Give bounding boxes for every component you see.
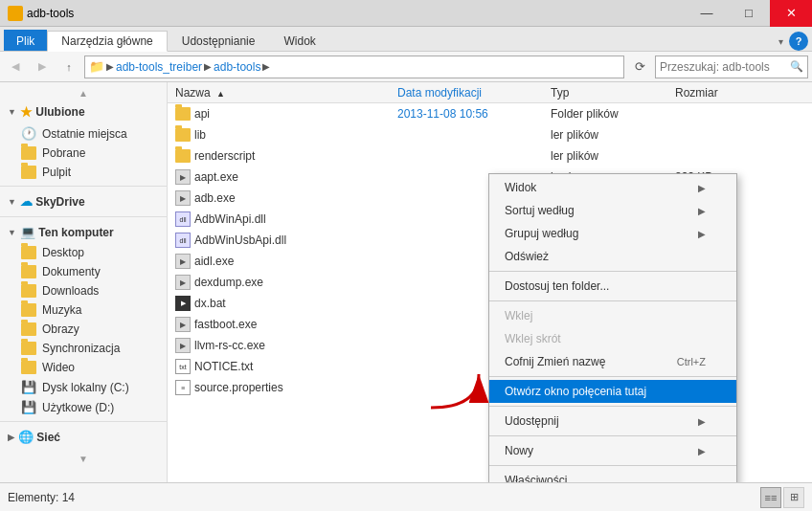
ctx-otworz[interactable]: Otwórz okno połęcenia tutaj xyxy=(489,380,736,403)
col-header-date[interactable]: Data modyfikacji xyxy=(397,86,551,100)
breadcrumb[interactable]: 📁 ▶ adb-tools_treiber ▶ adb-tools ▶ xyxy=(84,56,624,78)
sidebar-item-wideo[interactable]: Wideo xyxy=(0,358,167,377)
ctx-sep-5 xyxy=(489,435,736,436)
sidebar-divider-2 xyxy=(0,216,167,217)
ctx-sortuj-label: Sortuj według xyxy=(505,204,575,217)
sidebar-group-skydrive[interactable]: ▼ ☁ SkyDrive xyxy=(0,190,167,212)
ctx-widok[interactable]: Widok ▶ xyxy=(489,176,736,199)
sidebar-item-downloads[interactable]: Downloads xyxy=(0,281,167,300)
sidebar-item-dysk-d[interactable]: 💾 Użytkowe (D:) xyxy=(0,397,167,417)
file-item-renderscript[interactable]: renderscript ler plików xyxy=(168,145,812,167)
breadcrumb-item-tools[interactable]: adb-tools xyxy=(214,60,260,74)
window-title: adb-tools xyxy=(27,7,74,20)
folder-icon-lib xyxy=(175,128,191,142)
breadcrumb-item-treiber[interactable]: adb-tools_treiber xyxy=(116,60,202,74)
ribbon-right: ▾ ? xyxy=(775,32,812,51)
sidebar-label-dysk-d: Użytkowe (D:) xyxy=(42,401,114,414)
ctx-nowy-arrow: ▶ xyxy=(698,446,706,456)
folder-icon-pulpit xyxy=(21,166,36,179)
sidebar-group-computer[interactable]: ▼ 💻 Ten komputer xyxy=(0,221,167,243)
status-bar: Elementy: 14 ≡≡ ⊞ xyxy=(0,482,812,511)
title-bar: adb-tools — □ ✕ xyxy=(0,0,812,27)
sidebar-item-pobrane[interactable]: Pobrane xyxy=(0,144,167,163)
ctx-dostosuj[interactable]: Dostosuj ten folder... xyxy=(489,275,736,298)
folder-icon-muzyka xyxy=(21,303,36,317)
sidebar-label-dysk-c: Dysk lokalny (C:) xyxy=(42,381,129,394)
elements-count: Elementy: 14 xyxy=(8,491,75,504)
dll-icon-adbwinapi: dll xyxy=(175,211,191,227)
sidebar-item-pulpit[interactable]: Pulpit xyxy=(0,163,167,182)
view-btn-detail[interactable]: ≡≡ xyxy=(760,487,781,508)
sidebar-item-synchronizacja[interactable]: Synchronizacja xyxy=(0,339,167,358)
back-button[interactable]: ◀ xyxy=(4,56,27,78)
ctx-wlasciwosci[interactable]: Właściwości xyxy=(489,469,736,482)
clock-icon: 🕐 xyxy=(21,126,36,141)
exe-icon-aidl: ▶ xyxy=(175,254,191,269)
ctx-sep-3 xyxy=(489,376,736,377)
col-header-size[interactable]: Rozmiar xyxy=(675,86,771,100)
up-button[interactable]: ↑ xyxy=(57,56,80,78)
forward-button[interactable]: ▶ xyxy=(31,56,54,78)
file-date-api: 2013-11-08 10:56 xyxy=(397,107,551,121)
sidebar-label-desktop: Desktop xyxy=(42,246,84,259)
file-list-header: Nazwa ▲ Data modyfikacji Typ Rozmiar xyxy=(168,82,812,103)
ribbon-collapse-arrow[interactable]: ▾ xyxy=(775,36,787,47)
sidebar-group-siec[interactable]: ▶ 🌐 Sieć xyxy=(0,426,167,448)
app-icon xyxy=(8,6,23,21)
sidebar-scroll-down[interactable]: ▼ xyxy=(0,452,167,466)
folder-icon-dokumenty xyxy=(21,265,36,278)
ctx-sep-4 xyxy=(489,406,736,407)
sort-arrow-name: ▲ xyxy=(216,89,225,99)
exe-icon-fastboot: ▶ xyxy=(175,317,191,332)
tab-widok[interactable]: Widok xyxy=(269,30,329,51)
search-input[interactable] xyxy=(660,60,790,74)
file-item-api[interactable]: api 2013-11-08 10:56 Folder plików xyxy=(168,103,812,124)
ctx-odswiez-label: Odśwież xyxy=(505,250,549,263)
file-type-rs: ler plików xyxy=(551,149,675,163)
sidebar-group-ulubione[interactable]: ▼ ★ Ulubione xyxy=(0,100,167,123)
maximize-button[interactable]: □ xyxy=(728,0,770,27)
ctx-cofnij[interactable]: Cofnij Zmień nazwę Ctrl+Z xyxy=(489,350,736,373)
folder-icon-renderscript xyxy=(175,149,191,163)
folder-icon-desktop xyxy=(21,246,36,259)
exe-icon-llvm: ▶ xyxy=(175,338,191,353)
sidebar-item-dysk-c[interactable]: 💾 Dysk lokalny (C:) xyxy=(0,377,167,397)
help-button[interactable]: ? xyxy=(789,32,808,51)
col-header-name[interactable]: Nazwa ▲ xyxy=(168,86,397,100)
refresh-button[interactable]: ⟳ xyxy=(628,56,651,78)
ctx-sortuj-arrow: ▶ xyxy=(698,206,706,216)
tab-plik[interactable]: Plik xyxy=(4,30,47,51)
sidebar-scroll-up[interactable]: ▲ xyxy=(0,86,167,100)
col-header-type[interactable]: Typ xyxy=(551,86,675,100)
drive-icon-c: 💾 xyxy=(21,380,36,394)
ctx-udostepnij[interactable]: Udostępnij ▶ xyxy=(489,410,736,433)
ctx-odswiez[interactable]: Odśwież xyxy=(489,245,736,268)
minimize-button[interactable]: — xyxy=(686,0,728,27)
tab-narzedzia[interactable]: Narzędzia główne xyxy=(47,31,167,52)
sidebar-section-ulubione: ▼ ★ Ulubione 🕐 Ostatnie miejsca Pobrane … xyxy=(0,100,167,182)
computer-arrow: ▼ xyxy=(8,228,16,237)
ctx-wlasciwosci-label: Właściwości xyxy=(505,474,567,482)
sidebar-item-desktop[interactable]: Desktop xyxy=(0,243,167,262)
ctx-udostepnij-arrow: ▶ xyxy=(698,416,706,427)
network-icon: 🌐 xyxy=(18,430,34,444)
file-name-aidl: aidl.exe xyxy=(194,255,234,268)
txt-icon-notice: txt xyxy=(175,359,191,374)
view-btn-large[interactable]: ⊞ xyxy=(783,487,804,508)
search-icon[interactable]: 🔍 xyxy=(790,60,803,73)
sidebar-item-ostatnie[interactable]: 🕐 Ostatnie miejsca xyxy=(0,123,167,144)
ctx-grupuj[interactable]: Grupuj według ▶ xyxy=(489,222,736,245)
sidebar-item-muzyka[interactable]: Muzyka xyxy=(0,300,167,320)
tab-udostepnianie[interactable]: Udostępnianie xyxy=(168,30,270,51)
exe-icon-adb: ▶ xyxy=(175,190,191,206)
sidebar-label-obrazy: Obrazy xyxy=(42,322,79,336)
file-item-lib[interactable]: lib ler plików xyxy=(168,124,812,145)
sidebar-item-obrazy[interactable]: Obrazy xyxy=(0,320,167,339)
ctx-nowy[interactable]: Nowy ▶ xyxy=(489,439,736,462)
ctx-sortuj[interactable]: Sortuj według ▶ xyxy=(489,199,736,222)
sidebar-item-dokumenty[interactable]: Dokumenty xyxy=(0,262,167,281)
close-button[interactable]: ✕ xyxy=(770,0,812,27)
file-type-lib: ler plików xyxy=(551,128,675,142)
file-name-adbwinusbapi: AdbWinUsbApi.dll xyxy=(194,233,286,247)
context-menu: Widok ▶ Sortuj według ▶ Grupuj według ▶ … xyxy=(488,173,737,482)
